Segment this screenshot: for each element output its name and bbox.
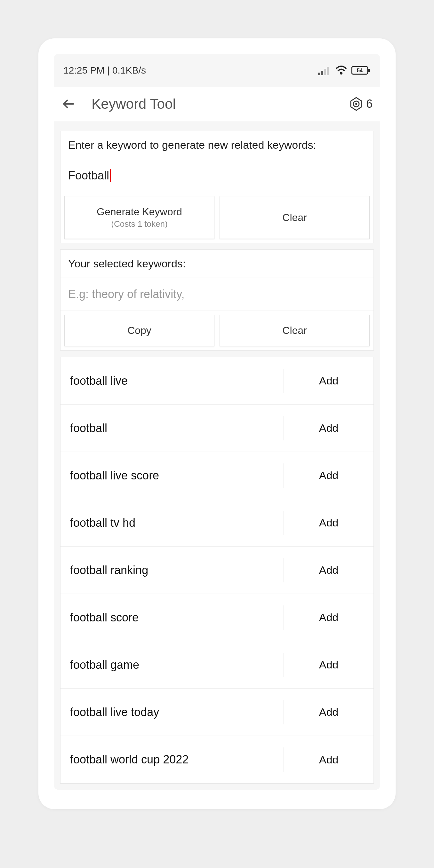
generate-keyword-sublabel: (Costs 1 token) [111, 219, 167, 229]
add-button[interactable]: Add [284, 469, 374, 482]
result-row: football live scoreAdd [60, 452, 374, 499]
phone-card: 12:25 PM | 0.1KB/s 54 [38, 38, 396, 809]
selected-keywords-label: Your selected keywords: [60, 250, 374, 278]
result-row: football tv hdAdd [60, 499, 374, 547]
signal-icon [318, 66, 331, 75]
result-row: football gameAdd [60, 641, 374, 689]
back-icon[interactable] [61, 97, 76, 111]
copy-button[interactable]: Copy [64, 315, 214, 346]
result-row: footballAdd [60, 405, 374, 452]
result-keyword: football world cup 2022 [60, 753, 284, 766]
svg-text:54: 54 [357, 68, 363, 73]
result-keyword: football score [60, 611, 284, 624]
clear-selected-button[interactable]: Clear [220, 315, 370, 346]
svg-rect-2 [324, 69, 326, 75]
token-count: 6 [366, 97, 373, 111]
result-keyword: football tv hd [60, 516, 284, 530]
add-button[interactable]: Add [284, 753, 374, 766]
add-button[interactable]: Add [284, 422, 374, 434]
result-row: football scoreAdd [60, 594, 374, 641]
result-keyword: football game [60, 658, 284, 672]
keyword-input-panel: Enter a keyword to generate new related … [60, 131, 374, 243]
svg-rect-3 [327, 67, 329, 75]
svg-rect-1 [321, 71, 323, 75]
result-keyword: football ranking [60, 563, 284, 577]
selected-keywords-input[interactable]: E.g: theory of relativity, [60, 278, 374, 311]
text-cursor [110, 169, 111, 182]
result-row: football rankingAdd [60, 547, 374, 594]
token-icon [349, 97, 364, 111]
add-button[interactable]: Add [284, 564, 374, 576]
result-row: football live todayAdd [60, 689, 374, 736]
add-button[interactable]: Add [284, 374, 374, 387]
results-list: football liveAddfootballAddfootball live… [60, 357, 374, 783]
svg-rect-6 [368, 69, 370, 72]
add-button[interactable]: Add [284, 611, 374, 624]
generate-keyword-label: Generate Keyword [97, 206, 182, 218]
keyword-input-label: Enter a keyword to generate new related … [60, 131, 374, 159]
add-button[interactable]: Add [284, 517, 374, 529]
status-time: 12:25 PM | 0.1KB/s [63, 65, 146, 76]
selected-keywords-buttons: Copy Clear [60, 311, 374, 350]
clear-keyword-button[interactable]: Clear [220, 196, 370, 239]
keyword-input-value: Football [68, 169, 109, 182]
copy-label: Copy [127, 324, 151, 337]
app-header: Keyword Tool 6 [54, 87, 380, 121]
generate-keyword-button[interactable]: Generate Keyword (Costs 1 token) [64, 196, 214, 239]
result-keyword: football live score [60, 469, 284, 482]
add-button[interactable]: Add [284, 706, 374, 718]
battery-icon: 54 [351, 66, 371, 75]
result-keyword: football live today [60, 706, 284, 719]
svg-point-9 [355, 103, 357, 105]
svg-point-4 [340, 72, 343, 74]
svg-rect-0 [318, 72, 320, 75]
result-keyword: football live [60, 374, 284, 388]
status-bar: 12:25 PM | 0.1KB/s 54 [54, 54, 380, 87]
outer-frame: 12:25 PM | 0.1KB/s 54 [0, 0, 434, 868]
selected-keywords-placeholder: E.g: theory of relativity, [68, 287, 184, 301]
add-button[interactable]: Add [284, 658, 374, 671]
result-keyword: football [60, 422, 284, 435]
wifi-icon [335, 66, 348, 75]
keyword-input-buttons: Generate Keyword (Costs 1 token) Clear [60, 192, 374, 243]
content: Enter a keyword to generate new related … [54, 121, 380, 790]
result-row: football world cup 2022Add [60, 736, 374, 783]
clear-keyword-label: Clear [282, 212, 307, 223]
token-badge[interactable]: 6 [349, 97, 373, 111]
keyword-input[interactable]: Football [60, 159, 374, 192]
selected-keywords-panel: Your selected keywords: E.g: theory of r… [60, 249, 374, 350]
page-title: Keyword Tool [91, 96, 176, 112]
status-icons: 54 [318, 66, 371, 75]
clear-selected-label: Clear [282, 324, 307, 337]
app-header-left: Keyword Tool [61, 96, 176, 112]
result-row: football liveAdd [60, 357, 374, 405]
